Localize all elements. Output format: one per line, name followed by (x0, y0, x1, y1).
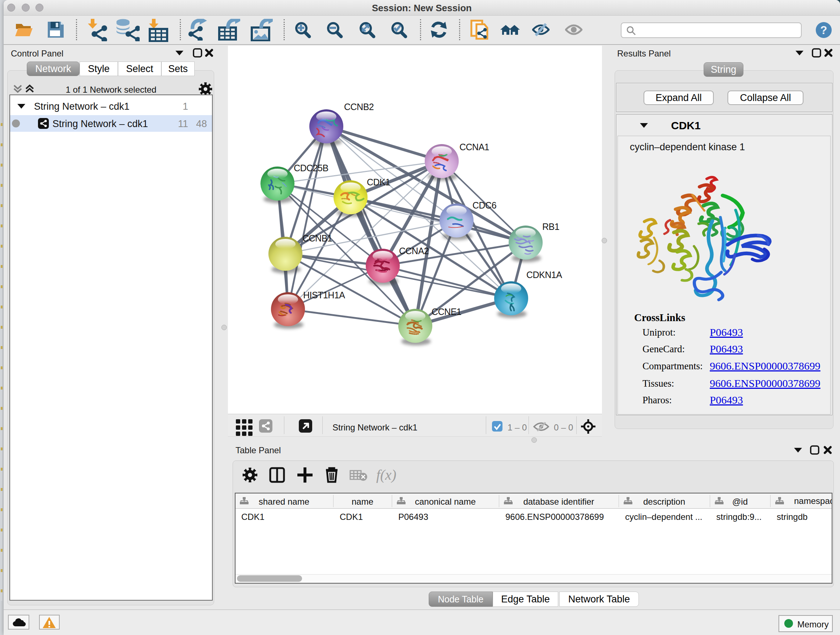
svg-text:CCNB2: CCNB2 (344, 102, 374, 112)
svg-text:CCNE1: CCNE1 (431, 307, 461, 317)
svg-text:CDKN1A: CDKN1A (526, 270, 562, 280)
svg-text:CDK1: CDK1 (367, 177, 390, 187)
svg-text:CDC6: CDC6 (472, 200, 496, 211)
svg-text:HIST1H1A: HIST1H1A (303, 290, 345, 300)
svg-text:CDC25B: CDC25B (294, 163, 328, 173)
svg-text:CCNB1: CCNB1 (302, 233, 332, 243)
svg-text:RB1: RB1 (542, 222, 559, 232)
svg-text:CCNA1: CCNA1 (459, 142, 489, 152)
svg-text:CCNA2: CCNA2 (399, 246, 429, 256)
